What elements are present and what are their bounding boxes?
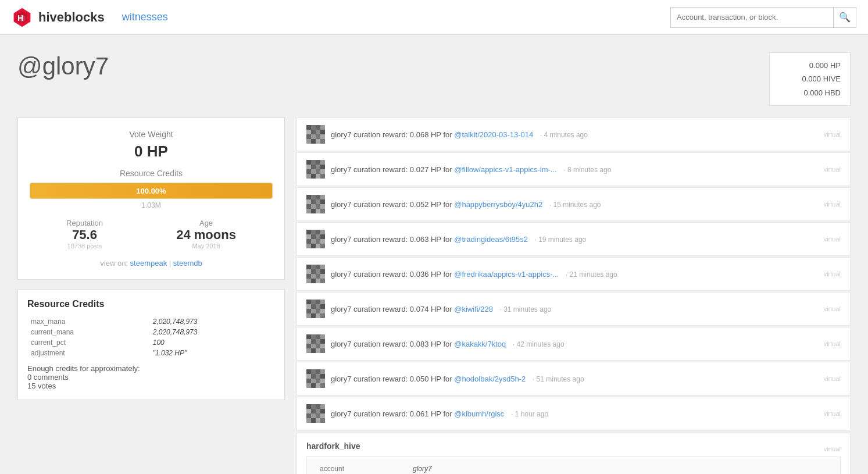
svg-rect-115 [306,344,311,348]
activity-link[interactable]: @hodolbak/2ysd5h-2 [454,375,526,383]
activity-avatar [306,125,325,144]
view-on: view on: steempeak | steemdb [30,259,273,268]
activity-link[interactable]: @kakakk/7ktoq [454,340,506,348]
activity-virtual: virtual [824,340,841,347]
svg-rect-63 [320,234,325,239]
search-button[interactable]: 🔍 [833,7,856,28]
svg-rect-109 [316,334,320,339]
activity-link[interactable]: @talkit/2020-03-13-014 [454,130,533,139]
age-stat: Age 24 moons May 2018 [176,219,236,250]
hf-row: accountglory7 [315,463,832,474]
svg-rect-88 [320,279,325,283]
svg-rect-146 [311,409,316,414]
svg-rect-90 [306,300,311,304]
svg-rect-143 [316,404,320,409]
svg-rect-53 [316,209,320,213]
svg-rect-85 [306,279,311,283]
witnesses-link[interactable]: witnesses [122,11,168,23]
hardfork-inner: accountglory7sbd_transferred29.170 HIVEs… [306,457,841,474]
svg-rect-69 [311,244,316,248]
svg-rect-41 [316,195,320,199]
activity-virtual: virtual [824,201,841,208]
activity-link[interactable]: @kiwifi/228 [454,305,493,313]
svg-rect-148 [320,409,325,414]
right-panel: glory7 curation reward: 0.068 HP for @ta… [297,117,851,474]
hf-key: account [315,463,408,474]
reputation-label: Reputation [66,219,103,227]
balance-box: 0.000 HP 0.000 HIVE 0.000 HBD [769,52,851,106]
activity-link[interactable]: @fillow/appics-v1-appics-im-... [454,165,556,174]
svg-rect-139 [320,383,325,388]
svg-rect-18 [311,139,316,144]
activity-link[interactable]: @fredrikaa/appics-v1-appics-... [454,270,559,279]
svg-rect-7 [316,125,320,130]
svg-rect-83 [316,274,320,279]
activity-time: · 51 minutes ago [533,375,584,383]
activity-item: glory7 curation reward: 0.068 HP for @ta… [297,117,851,151]
activity-item: glory7 curation reward: 0.027 HP for @fi… [297,152,851,186]
svg-rect-97 [320,304,325,309]
svg-rect-99 [311,309,316,313]
activity-link[interactable]: @happyberrysboy/4yu2h2 [454,200,542,209]
logo-text[interactable]: hiveblocks [38,10,105,25]
svg-rect-35 [311,174,316,179]
svg-rect-129 [311,374,316,379]
svg-rect-103 [311,313,316,318]
svg-rect-82 [311,274,316,279]
svg-rect-78 [311,269,316,274]
reputation-stat: Reputation 75.6 10738 posts [66,219,103,250]
svg-rect-128 [306,374,311,379]
reputation-value: 75.6 [66,227,103,243]
activity-text: glory7 curation reward: 0.083 HP for @ka… [331,340,812,348]
svg-rect-149 [306,414,311,418]
activity-text: glory7 curation reward: 0.061 HP for @ki… [331,409,812,418]
svg-rect-147 [316,409,320,414]
separator: | [169,259,173,268]
svg-rect-93 [320,300,325,304]
svg-rect-5 [306,125,311,130]
activity-avatar [306,265,325,283]
content-area: Vote Weight 0 HP Resource Credits 100.00… [17,117,851,474]
rc-votes: 15 votes [27,382,275,390]
activity-item: glory7 curation reward: 0.050 HP for @ho… [297,362,851,395]
activity-link[interactable]: @kibumh/rgisc [454,409,504,418]
svg-rect-122 [320,348,325,353]
left-panel: Vote Weight 0 HP Resource Credits 100.00… [17,117,285,400]
progress-bar: 100.00% [30,183,273,199]
search-input[interactable] [670,7,833,28]
activity-link[interactable]: @tradingideas/6t95s2 [454,235,528,244]
svg-rect-59 [320,230,325,234]
rc-key: current_pct [27,337,149,348]
svg-rect-57 [311,230,316,234]
hardfork-title: hardfork_hive [306,441,360,451]
age-label: Age [176,219,236,227]
activity-time: · 8 minutes ago [563,166,611,174]
svg-rect-15 [316,134,320,139]
svg-rect-27 [311,165,316,169]
activity-time: · 19 minutes ago [535,236,587,244]
steemdb-link[interactable]: steemdb [173,259,202,268]
activity-item: glory7 curation reward: 0.063 HP for @tr… [297,222,851,256]
activity-time: · 21 minutes ago [566,270,617,279]
activity-text: glory7 curation reward: 0.063 HP for @tr… [331,235,812,244]
svg-rect-30 [306,169,311,174]
svg-rect-154 [311,418,316,423]
activity-avatar [306,195,325,213]
svg-rect-9 [306,130,311,134]
svg-rect-60 [306,234,311,239]
progress-pct: 100.00% [136,187,166,195]
steempeak-link[interactable]: steempeak [130,259,167,268]
hardfork-virtual: virtual [824,446,841,452]
balance-hbd: 0.000 HBD [779,86,841,99]
activity-time: · 31 minutes ago [500,305,552,313]
svg-rect-81 [306,274,311,279]
page-header: @glory7 0.000 HP 0.000 HIVE 0.000 HBD [17,52,851,106]
svg-rect-34 [306,174,311,179]
activity-item: glory7 curation reward: 0.052 HP for @ha… [297,187,851,221]
svg-rect-66 [316,239,320,244]
activity-time: · 4 minutes ago [540,131,588,139]
hive-logo-icon[interactable]: H [12,7,33,28]
activity-text: glory7 curation reward: 0.068 HP for @ta… [331,130,812,139]
activity-time: · 42 minutes ago [513,340,565,348]
svg-rect-36 [316,174,320,179]
